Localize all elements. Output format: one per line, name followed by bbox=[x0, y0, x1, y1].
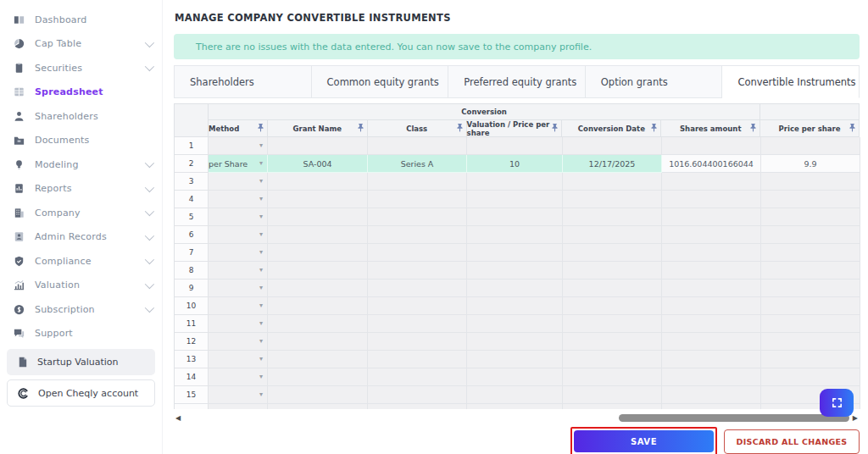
pin-column-icon[interactable] bbox=[357, 124, 364, 134]
grid-cell[interactable] bbox=[761, 208, 860, 226]
grid-cell[interactable] bbox=[467, 191, 563, 208]
grid-cell[interactable] bbox=[467, 368, 563, 386]
grid-cell[interactable] bbox=[662, 137, 761, 155]
grid-cell[interactable] bbox=[268, 297, 368, 315]
method-dropdown-icon[interactable]: ▾ bbox=[259, 390, 263, 398]
grid-cell[interactable] bbox=[467, 173, 563, 191]
scroll-right-arrow-icon[interactable]: ▶ bbox=[853, 414, 858, 423]
grid-cell[interactable] bbox=[467, 137, 563, 155]
grid-cell[interactable] bbox=[662, 191, 761, 208]
sidebar-item-shareholders[interactable]: Shareholders bbox=[0, 104, 162, 129]
sidebar-item-cap-table[interactable]: Cap Table bbox=[0, 32, 162, 57]
grid-cell[interactable] bbox=[368, 173, 467, 191]
row-number-cell[interactable]: 7 bbox=[175, 244, 209, 262]
row-number-cell[interactable]: 3 bbox=[175, 173, 209, 191]
grid-cell[interactable] bbox=[467, 404, 563, 409]
method-dropdown-icon[interactable]: ▾ bbox=[259, 230, 263, 238]
grid-cell[interactable]: ▾ bbox=[209, 226, 268, 244]
column-header-grant-name[interactable]: Grant Name bbox=[268, 120, 368, 137]
grid-cell[interactable] bbox=[368, 137, 467, 155]
row-number-cell[interactable]: 12 bbox=[175, 333, 209, 351]
sidebar-item-company[interactable]: Company bbox=[0, 201, 162, 225]
grid-cell[interactable] bbox=[761, 226, 860, 244]
grid-cell[interactable] bbox=[563, 262, 662, 280]
tab-shareholders[interactable]: Shareholders bbox=[174, 65, 312, 98]
grid-cell[interactable] bbox=[563, 280, 662, 297]
grid-cell[interactable] bbox=[662, 315, 761, 333]
method-dropdown-icon[interactable]: ▾ bbox=[259, 302, 263, 309]
grid-cell[interactable]: ▾ bbox=[209, 368, 268, 386]
grid-cell[interactable] bbox=[563, 191, 662, 208]
tab-convertible-instruments[interactable]: Convertible Instruments bbox=[722, 65, 860, 98]
grid-cell[interactable] bbox=[761, 262, 860, 280]
grid-cell[interactable] bbox=[662, 208, 761, 226]
grid-cell[interactable]: 12/17/2025 bbox=[563, 155, 662, 173]
grid-cell[interactable] bbox=[761, 244, 860, 262]
grid-cell[interactable] bbox=[761, 315, 860, 333]
grid-cell[interactable] bbox=[467, 244, 563, 262]
grid-cell[interactable] bbox=[662, 262, 761, 280]
grid-cell[interactable]: ▾ bbox=[209, 386, 268, 404]
pin-column-icon[interactable] bbox=[650, 124, 658, 134]
grid-cell[interactable]: ▾ bbox=[209, 315, 268, 333]
grid-cell[interactable] bbox=[563, 297, 662, 315]
row-number-cell[interactable]: 4 bbox=[175, 191, 209, 208]
sidebar-item-reports[interactable]: Reports bbox=[0, 177, 162, 202]
grid-cell[interactable] bbox=[268, 173, 368, 191]
grid-cell[interactable] bbox=[467, 333, 563, 351]
sidebar-item-modeling[interactable]: Modeling bbox=[0, 152, 162, 177]
horizontal-scrollbar[interactable]: ◀ ▶ bbox=[174, 412, 860, 425]
grid-cell[interactable] bbox=[563, 226, 662, 244]
method-dropdown-icon[interactable]: ▾ bbox=[259, 213, 263, 220]
pin-column-icon[interactable] bbox=[456, 124, 464, 134]
grid-cell[interactable] bbox=[368, 191, 467, 208]
grid-cell[interactable] bbox=[662, 368, 761, 386]
grid-cell[interactable] bbox=[563, 137, 662, 155]
tab-preferred-equity-grants[interactable]: Preferred equity grants bbox=[448, 65, 586, 98]
method-dropdown-icon[interactable]: ▾ bbox=[259, 195, 263, 202]
grid-cell[interactable] bbox=[268, 351, 368, 368]
pin-column-icon[interactable] bbox=[849, 124, 856, 134]
grid-cell[interactable]: ▾ bbox=[209, 297, 268, 315]
grid-cell[interactable] bbox=[368, 297, 467, 315]
grid-cell[interactable] bbox=[467, 386, 563, 404]
row-number-cell[interactable]: 1 bbox=[175, 137, 209, 155]
row-number-cell[interactable]: 9 bbox=[175, 280, 209, 297]
grid-cell[interactable]: 9.9 bbox=[761, 155, 860, 173]
grid-cell[interactable] bbox=[268, 386, 368, 404]
grid-cell[interactable] bbox=[368, 262, 467, 280]
column-header-conversion-date[interactable]: Conversion Date bbox=[562, 120, 661, 137]
sidebar-item-securities[interactable]: Securities bbox=[0, 56, 162, 80]
grid-cell[interactable] bbox=[563, 351, 662, 368]
grid-cell[interactable] bbox=[467, 208, 563, 226]
method-dropdown-icon[interactable]: ▾ bbox=[259, 177, 263, 185]
grid-cell[interactable] bbox=[467, 297, 563, 315]
grid-cell[interactable] bbox=[662, 280, 761, 297]
grid-cell[interactable] bbox=[662, 386, 761, 404]
grid-cell[interactable]: ▾ bbox=[209, 244, 268, 262]
row-number-cell[interactable]: 10 bbox=[175, 297, 209, 315]
grid-cell[interactable] bbox=[368, 368, 467, 386]
sidebar-item-valuation[interactable]: Valuation bbox=[0, 274, 162, 298]
grid-cell[interactable] bbox=[563, 368, 662, 386]
grid-cell[interactable] bbox=[268, 191, 368, 208]
pin-column-icon[interactable] bbox=[749, 124, 757, 134]
grid-cell[interactable] bbox=[268, 368, 368, 386]
grid-cell[interactable]: Series A bbox=[368, 155, 467, 173]
grid-cell[interactable] bbox=[268, 262, 368, 280]
row-number-cell[interactable]: 11 bbox=[175, 315, 209, 333]
tab-common-equity-grants[interactable]: Common equity grants bbox=[312, 65, 449, 98]
discard-all-changes-button[interactable]: DISCARD ALL CHANGES bbox=[724, 429, 860, 454]
grid-cell[interactable] bbox=[563, 208, 662, 226]
grid-cell[interactable]: 10 bbox=[467, 155, 563, 173]
grid-cell[interactable] bbox=[761, 297, 860, 315]
expand-grid-button[interactable] bbox=[820, 389, 854, 417]
grid-cell[interactable]: ▾ bbox=[209, 173, 268, 191]
sidebar-item-startup-valuation[interactable]: Startup Valuation bbox=[7, 349, 155, 375]
row-number-cell[interactable]: 13 bbox=[175, 351, 209, 368]
grid-cell[interactable]: ▾ bbox=[209, 333, 268, 351]
row-number-cell[interactable] bbox=[175, 404, 209, 409]
pin-column-icon[interactable] bbox=[257, 124, 264, 134]
sidebar-item-documents[interactable]: Documents bbox=[0, 129, 162, 153]
scrollbar-thumb[interactable] bbox=[619, 414, 849, 422]
